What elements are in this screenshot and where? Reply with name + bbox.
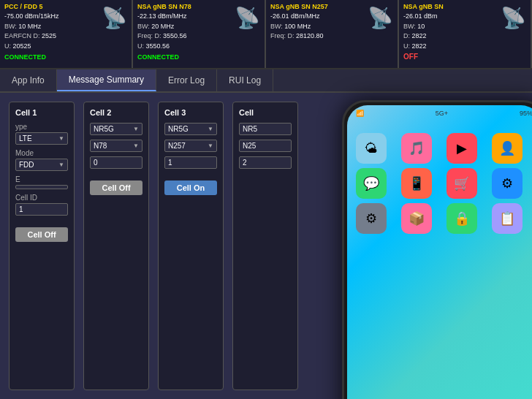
cell3-title: Cell 3 — [164, 108, 217, 117]
dropdown-arrow: ▼ — [133, 142, 139, 149]
app-service[interactable]: ⚙ — [492, 168, 522, 199]
cell1-cellid-row: Cell ID 1 — [15, 194, 68, 216]
app-security[interactable]: 🔒 — [446, 203, 477, 234]
phone-overlay: 📶 5G+ 95% 🌤 🎵 ▶ 👤 💬 📱 🛒 ⚙ ⚙ — [269, 86, 532, 399]
panel1-status: CONNECTED — [4, 53, 127, 61]
cell1-mode-select[interactable]: FDD ▼ — [15, 159, 68, 171]
cell1-type-row: ype LTE ▼ — [15, 123, 68, 145]
app-system[interactable]: 📋 — [492, 203, 522, 234]
screen-background: PCC / FDD 5 -75.00 dBm/15kHz BW: 10 MHz … — [0, 0, 532, 399]
tab-error-log[interactable]: Error Log — [156, 69, 217, 91]
cell1-mode-row: Mode FDD ▼ — [15, 149, 68, 171]
panel2-bw: 20 MHz — [151, 23, 174, 30]
tab-message-summary[interactable]: Message Summary — [57, 69, 156, 91]
signal-panel-1: PCC / FDD 5 -75.00 dBm/15kHz BW: 10 MHz … — [0, 0, 133, 68]
phone-body: 📶 5G+ 95% 🌤 🎵 ▶ 👤 💬 📱 🛒 ⚙ ⚙ — [342, 100, 532, 399]
cell2-type-select[interactable]: NR5G ▼ — [90, 123, 142, 135]
cell1-type-label: ype — [15, 123, 68, 131]
panel4-bw: 10 — [417, 23, 425, 30]
cell2-button[interactable]: Cell Off — [90, 180, 142, 195]
panel4-status: OFF — [403, 53, 526, 61]
cell2-band-select[interactable]: N78 ▼ — [90, 140, 142, 152]
phone-status-bar: 📶 5G+ 95% — [347, 105, 532, 118]
panel3-power: -26.01 dBm/MHz — [270, 12, 320, 20]
panel2-dl: 3550.56 — [163, 32, 187, 39]
tower-icon-2: 📡 — [235, 6, 260, 30]
dropdown-arrow: ▼ — [58, 162, 64, 168]
app-store[interactable]: 📦 — [401, 203, 432, 234]
cell3-band-select[interactable]: N257 ▼ — [164, 140, 217, 152]
app-video[interactable]: ▶ — [446, 133, 477, 164]
cell3-type-select[interactable]: NR5G ▼ — [164, 123, 217, 135]
cell3-band-row: N257 ▼ — [164, 140, 217, 152]
panel3-bw: 100 MHz — [284, 23, 311, 30]
app-shop[interactable]: 🛒 — [446, 168, 477, 199]
phone-connectivity: 5G+ — [436, 110, 448, 117]
signal-panel-3: NSA gNB SN N257 -26.01 dBm/MHz BW: 100 M… — [266, 0, 399, 68]
cell1-e-input[interactable] — [15, 185, 68, 189]
cell2-cellid-input[interactable]: 0 — [90, 156, 142, 169]
dropdown-arrow: ▼ — [133, 126, 139, 132]
tower-icon-1: 📡 — [102, 6, 127, 30]
dropdown-arrow: ▼ — [58, 135, 64, 142]
cell2-cellid-row: 0 — [90, 156, 142, 169]
panel2-power: -22.13 dBm/MHz — [137, 12, 187, 20]
cell2-type-row: NR5G ▼ — [90, 123, 142, 135]
app-weather[interactable]: 🌤 — [356, 133, 387, 164]
panel2-status: CONNECTED — [137, 53, 260, 61]
main-content: Cell 1 ype LTE ▼ Mode FDD ▼ E Cell — [0, 93, 532, 399]
phone-battery: 95% — [520, 110, 532, 117]
app-personal[interactable]: 👤 — [492, 133, 522, 164]
tower-icon-4: 📡 — [501, 6, 526, 30]
cell3-button[interactable]: Cell On — [164, 180, 217, 195]
cell3-type-row: NR5G ▼ — [164, 123, 217, 135]
app-settings[interactable]: ⚙ — [356, 203, 387, 234]
tower-icon-3: 📡 — [368, 6, 393, 30]
dropdown-arrow: ▼ — [208, 142, 213, 149]
panel1-power: -75.00 dBm/15kHz — [4, 12, 59, 20]
cell2-band-row: N78 ▼ — [90, 140, 142, 152]
cell2-title: Cell 2 — [90, 108, 142, 117]
app-music[interactable]: 🎵 — [401, 133, 432, 164]
app-connect[interactable]: 💬 — [356, 168, 387, 199]
panel4-power: -26.01 dBm — [403, 12, 438, 20]
panel1-ul: 20525 — [13, 42, 31, 50]
app-xiaomi[interactable]: 📱 — [401, 168, 432, 199]
phone-app-grid: 🌤 🎵 ▶ 👤 💬 📱 🛒 ⚙ ⚙ 📦 🔒 📋 — [347, 118, 532, 240]
cell1-e-row: E — [15, 175, 68, 189]
dropdown-arrow: ▼ — [208, 126, 213, 132]
panel4-ul: 2822 — [412, 42, 427, 50]
cell1-title: Cell 1 — [15, 108, 68, 117]
status-bar: PCC / FDD 5 -75.00 dBm/15kHz BW: 10 MHz … — [0, 0, 532, 69]
cell-3-panel: Cell 3 NR5G ▼ N257 ▼ 1 Cell On — [158, 102, 224, 390]
cell3-cellid-input[interactable]: 1 — [164, 156, 217, 169]
cell1-cellid-label: Cell ID — [15, 194, 68, 202]
panel4-dl: 2822 — [412, 32, 427, 39]
signal-panel-2: NSA gNB SN N78 -22.13 dBm/MHz BW: 20 MHz… — [133, 0, 266, 68]
signal-panel-4: NSA gNB SN -26.01 dBm BW: 10 D: 2822 U: … — [399, 0, 532, 68]
cell1-mode-label: Mode — [15, 149, 68, 157]
cell-2-panel: Cell 2 NR5G ▼ N78 ▼ 0 Cell Off — [83, 102, 149, 390]
cell1-cellid-input[interactable]: 1 — [15, 203, 68, 216]
phone-signal: 📶 — [356, 110, 364, 117]
cell-1-panel: Cell 1 ype LTE ▼ Mode FDD ▼ E Cell — [9, 102, 75, 390]
cell1-button[interactable]: Cell Off — [15, 227, 68, 242]
cell1-type-select[interactable]: LTE ▼ — [15, 132, 68, 145]
cell1-e-label: E — [15, 175, 68, 183]
panel1-bw: 10 MHz — [18, 23, 41, 30]
tab-rui-log[interactable]: RUI Log — [217, 69, 273, 91]
tab-app-info[interactable]: App Info — [0, 69, 57, 91]
cell3-cellid-row: 1 — [164, 156, 217, 169]
panel1-dl: 2525 — [42, 32, 56, 39]
panel2-ul: 3550.56 — [146, 42, 170, 50]
phone-screen: 📶 5G+ 95% 🌤 🎵 ▶ 👤 💬 📱 🛒 ⚙ ⚙ — [347, 105, 532, 399]
panel3-dl: 28120.80 — [296, 32, 324, 39]
